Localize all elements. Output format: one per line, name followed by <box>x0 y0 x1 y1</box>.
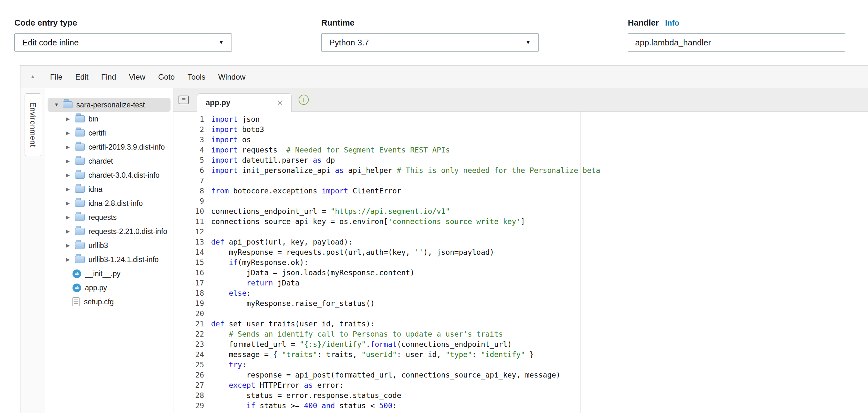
caret-right-icon[interactable]: ▶ <box>66 144 75 150</box>
code-line: def api_post(url, key, payload): <box>211 237 868 247</box>
tab-list-icon[interactable]: ≡ <box>179 95 189 104</box>
caret-right-icon[interactable]: ▶ <box>66 243 75 248</box>
line-number: 21 <box>174 319 204 329</box>
tree-folder-bin[interactable]: ▶bin <box>48 112 170 126</box>
tab-bar: ≡ app.py × + <box>174 88 868 112</box>
folder-icon <box>75 200 85 207</box>
menu-view[interactable]: View <box>123 65 152 88</box>
code-line: from botocore.exceptions import ClientEr… <box>211 186 868 196</box>
handler-info-link[interactable]: Info <box>665 19 679 28</box>
tree-file-label: app.py <box>85 284 107 292</box>
tree-file-app-py[interactable]: ⇄app.py <box>48 281 170 295</box>
tree-folder-certifi-2019-3-9-dist-info[interactable]: ▶certifi-2019.3.9.dist-info <box>48 140 170 154</box>
line-number: 2 <box>174 124 204 135</box>
tree-root-label: sara-personalize-test <box>76 101 145 109</box>
tree-folder-label: chardet <box>89 157 113 166</box>
folder-icon <box>75 214 85 221</box>
code-line: if(myResponse.ok): <box>211 257 868 268</box>
folder-icon <box>75 144 85 151</box>
collapse-editor-icon[interactable]: ▲ <box>30 73 35 80</box>
caret-right-icon[interactable]: ▶ <box>66 186 75 192</box>
tree-folder-label: chardet-3.0.4.dist-info <box>89 171 159 180</box>
folder-icon <box>63 101 72 108</box>
tree-folder-certifi[interactable]: ▶certifi <box>48 126 170 140</box>
code-line: formatted_url = "{:s}/identify".format(c… <box>211 339 868 349</box>
code-area[interactable]: 1234567891011121314151617181920212223242… <box>174 112 868 413</box>
code-editor: ▲ FileEditFindViewGotoToolsWindow Enviro… <box>20 65 868 413</box>
file-tree: ▼sara-personalize-test▶bin▶certifi▶certi… <box>45 88 173 413</box>
new-tab-icon[interactable]: + <box>299 95 309 105</box>
caret-right-icon[interactable]: ▶ <box>66 229 75 234</box>
caret-right-icon[interactable]: ▶ <box>66 257 75 262</box>
tree-folder-urllib3[interactable]: ▶urllib3 <box>48 238 170 253</box>
menu-edit[interactable]: Edit <box>69 65 95 88</box>
close-tab-icon[interactable]: × <box>277 97 283 108</box>
line-number: 18 <box>174 288 204 298</box>
python-file-icon: ⇄ <box>72 269 81 278</box>
caret-right-icon[interactable]: ▶ <box>66 172 75 178</box>
menu-tools[interactable]: Tools <box>181 65 212 88</box>
tree-folder-requests[interactable]: ▶requests <box>48 210 170 225</box>
tree-folder-idna-2-8-dist-info[interactable]: ▶idna-2.8.dist-info <box>48 196 170 210</box>
code-line: message = { "traits": traits, "userId": … <box>211 349 868 360</box>
code-line: if status >= 400 and status < 500: <box>211 401 868 411</box>
code-line: import os <box>211 135 868 145</box>
tree-folder-chardet[interactable]: ▶chardet <box>48 154 170 168</box>
code-entry-type-label: Code entry type <box>14 18 77 28</box>
handler-input[interactable] <box>628 33 845 52</box>
line-number: 27 <box>174 380 204 390</box>
handler-label: Handler <box>628 18 659 28</box>
caret-right-icon[interactable]: ▶ <box>66 116 75 122</box>
runtime-label: Runtime <box>321 18 354 28</box>
code-line: def set_user_traits(user_id, traits): <box>211 319 868 329</box>
line-number: 22 <box>174 329 204 339</box>
menu-window[interactable]: Window <box>212 65 252 88</box>
line-number: 5 <box>174 155 204 165</box>
line-number: 3 <box>174 135 204 145</box>
tree-folder-label: urllib3 <box>89 241 108 250</box>
line-number: 7 <box>174 176 204 186</box>
tree-folder-idna[interactable]: ▶idna <box>48 182 170 196</box>
menu-goto[interactable]: Goto <box>152 65 181 88</box>
line-number: 23 <box>174 339 204 349</box>
tree-file-init-py[interactable]: ⇄__init__.py <box>48 267 170 281</box>
code-line <box>211 227 868 237</box>
line-number: 8 <box>174 186 204 196</box>
caret-right-icon[interactable]: ▶ <box>66 158 75 164</box>
tree-file-setup-cfg[interactable]: setup.cfg <box>48 295 170 309</box>
python-file-icon: ⇄ <box>72 284 81 292</box>
code-line: connections_endpoint_url = "https://api.… <box>211 206 868 216</box>
code-line: myResponse.raise_for_status() <box>211 298 868 308</box>
environment-tab[interactable]: Environment <box>25 93 41 156</box>
caret-down-icon[interactable]: ▼ <box>54 102 63 108</box>
code-entry-type-value: Edit code inline <box>22 38 79 48</box>
tree-root-folder[interactable]: ▼sara-personalize-test <box>48 98 170 112</box>
folder-icon <box>75 129 85 137</box>
chevron-down-icon: ▼ <box>218 39 224 46</box>
code-lines: import jsonimport boto3import osimport r… <box>209 114 868 413</box>
menu-items: FileEditFindViewGotoToolsWindow <box>44 65 252 88</box>
line-number: 14 <box>174 247 204 257</box>
line-number: 11 <box>174 216 204 227</box>
code-line: connections_source_api_key = os.environ[… <box>211 216 868 227</box>
line-number: 26 <box>174 370 204 380</box>
runtime-select[interactable]: Python 3.7 ▼ <box>321 33 539 52</box>
line-number-gutter: 1234567891011121314151617181920212223242… <box>174 114 209 413</box>
tree-folder-label: idna-2.8.dist-info <box>89 199 143 208</box>
menu-file[interactable]: File <box>44 65 69 88</box>
code-line: # Sends an identify call to Personas to … <box>211 329 868 339</box>
tree-folder-requests-2-21-0-dist-info[interactable]: ▶requests-2.21.0.dist-info <box>48 225 170 238</box>
caret-right-icon[interactable]: ▶ <box>66 214 75 220</box>
line-number: 6 <box>174 165 204 176</box>
line-number: 16 <box>174 268 204 278</box>
code-entry-type-select[interactable]: Edit code inline ▼ <box>14 33 232 52</box>
menu-find[interactable]: Find <box>95 65 123 88</box>
caret-right-icon[interactable]: ▶ <box>66 200 75 206</box>
tree-folder-urllib3-1-24-1-dist-info[interactable]: ▶urllib3-1.24.1.dist-info <box>48 253 170 267</box>
code-line: status = error.response.status_code <box>211 390 868 401</box>
caret-right-icon[interactable]: ▶ <box>66 130 75 136</box>
code-line: response = api_post(formatted_url, conne… <box>211 370 868 380</box>
tree-folder-chardet-3-0-4-dist-info[interactable]: ▶chardet-3.0.4.dist-info <box>48 168 170 182</box>
tab-app-py[interactable]: app.py × <box>197 93 291 112</box>
code-line: except HTTPError as error: <box>211 380 868 390</box>
